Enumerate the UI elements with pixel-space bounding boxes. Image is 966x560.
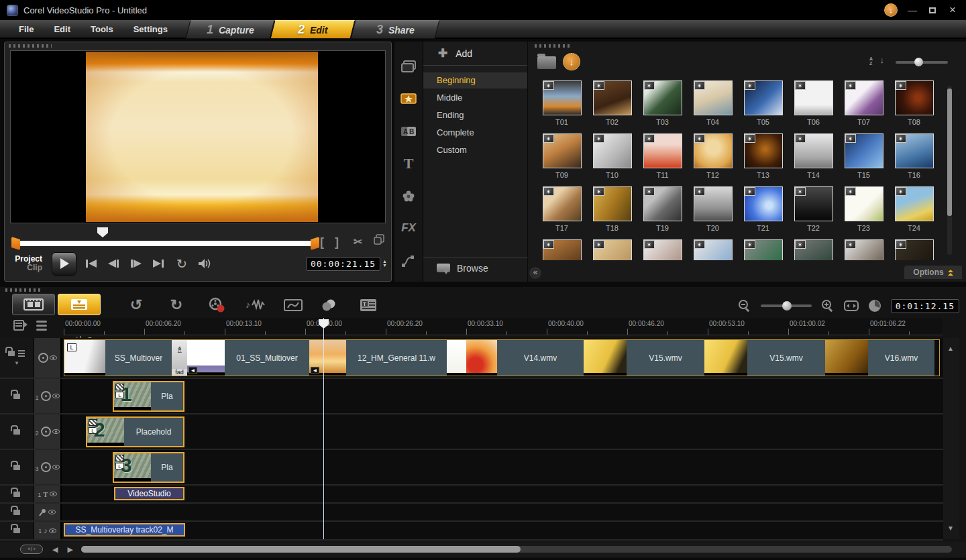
template-thumbnail[interactable]: ✶: [744, 80, 783, 115]
go-to-end-button[interactable]: [150, 256, 168, 272]
motion-path-icon[interactable]: [399, 252, 418, 270]
lock-icon[interactable]: [13, 394, 20, 399]
video-clip-thumbnail[interactable]: [704, 340, 747, 376]
menu-item-edit[interactable]: Edit: [46, 21, 78, 37]
track-visibility-icon[interactable]: [52, 465, 60, 469]
template-thumbnail[interactable]: ✶: [744, 239, 783, 260]
trim-bar[interactable]: [18, 241, 313, 246]
template-item[interactable]: ✶T22: [788, 186, 839, 239]
go-to-start-button[interactable]: [82, 256, 99, 272]
template-item[interactable]: ✶: [839, 239, 889, 260]
template-thumbnail[interactable]: ✶: [543, 186, 582, 221]
template-thumbnail[interactable]: ✶: [543, 80, 582, 115]
template-item[interactable]: ✶: [688, 239, 738, 260]
template-item[interactable]: ✶: [738, 239, 788, 260]
lock-icon[interactable]: [13, 528, 20, 533]
gallery-folder-icon[interactable]: [537, 56, 556, 69]
template-thumbnail[interactable]: ✶: [593, 186, 632, 221]
video-clip-thumbnail[interactable]: L: [64, 340, 105, 376]
play-button[interactable]: [52, 252, 76, 276]
video-clip-thumbnail[interactable]: ◄: [309, 340, 346, 376]
lock-icon[interactable]: [8, 351, 15, 356]
timeline-ruler[interactable]: 00:00:00.0000:00:06.2000:00:13.1000:00:2…: [64, 318, 943, 335]
overlay-clip[interactable]: L3 Pla: [113, 452, 184, 483]
category-item-ending[interactable]: Ending: [423, 107, 527, 123]
template-item[interactable]: ✶T16: [889, 133, 939, 186]
template-thumbnail[interactable]: ✶: [845, 186, 883, 221]
video-clip-thumbnail[interactable]: [584, 340, 627, 376]
playhead-line[interactable]: [323, 318, 324, 539]
template-item[interactable]: ✶T06: [788, 80, 839, 133]
next-frame-button[interactable]: [127, 256, 145, 272]
template-thumbnail[interactable]: ✶: [895, 239, 934, 260]
fit-timeline-icon[interactable]: [844, 300, 859, 311]
voice-track-header[interactable]: [34, 504, 62, 520]
template-item[interactable]: ✶T08: [889, 80, 939, 133]
track-visibility-icon[interactable]: [52, 429, 60, 434]
title-track-header[interactable]: 1T: [34, 486, 62, 502]
gallery-scrollbar-thumb[interactable]: [947, 89, 952, 216]
trim-end-handle[interactable]: [311, 237, 319, 250]
video-clip-thumbnail[interactable]: [825, 340, 868, 376]
template-item[interactable]: ✶T03: [637, 80, 688, 133]
trim-start-handle[interactable]: [11, 237, 20, 250]
mark-in-button[interactable]: [: [320, 235, 324, 249]
sort-by-name-icon[interactable]: AZ↓: [869, 56, 883, 70]
clip-mode-label[interactable]: Clip: [10, 264, 42, 272]
close-button[interactable]: ×: [947, 3, 958, 17]
template-item[interactable]: ✶T23: [839, 186, 889, 239]
timeline-view-button[interactable]: [58, 294, 101, 315]
video-clip-thumbnail[interactable]: [447, 340, 466, 376]
collapse-library-button[interactable]: «: [529, 267, 541, 279]
template-item[interactable]: ✶T19: [637, 186, 688, 239]
instant-project-icon[interactable]: [399, 90, 418, 107]
previous-frame-button[interactable]: [105, 256, 122, 272]
video-clip-body[interactable]: V15.wmv: [747, 340, 825, 376]
scroll-down-arrow[interactable]: ▼: [947, 524, 954, 532]
template-thumbnail[interactable]: ✶: [845, 133, 883, 168]
track-visibility-icon[interactable]: [49, 528, 56, 533]
preview-timecode[interactable]: 00:00:21.15: [306, 257, 380, 271]
subtitle-editor-button[interactable]: T: [357, 295, 380, 315]
scroll-left-arrow[interactable]: ◀: [52, 545, 58, 554]
template-item[interactable]: ✶T01: [537, 80, 587, 133]
template-thumbnail[interactable]: ✶: [895, 186, 934, 221]
template-thumbnail[interactable]: ✶: [794, 80, 833, 115]
template-item[interactable]: ✶: [587, 239, 637, 260]
filter-fx-icon[interactable]: FX: [399, 219, 418, 237]
transition-icon[interactable]: AB: [399, 123, 418, 140]
timeline-hscrollbar[interactable]: [81, 546, 952, 553]
category-item-middle[interactable]: Middle: [423, 90, 527, 106]
overlay-track-2-header[interactable]: 2: [34, 414, 62, 449]
video-clip-body[interactable]: SS_Multiover: [105, 340, 172, 376]
template-thumbnail[interactable]: ✶: [845, 80, 883, 115]
maximize-button[interactable]: [927, 7, 938, 13]
video-clip-thumbnail[interactable]: ◄: [187, 340, 225, 376]
sound-mixer-button[interactable]: ♪: [244, 295, 267, 315]
video-clip-thumbnail[interactable]: [466, 340, 497, 376]
overlay-clip[interactable]: L2 Placehold: [86, 416, 184, 447]
lock-icon[interactable]: [13, 492, 20, 497]
category-item-complete[interactable]: Complete: [423, 125, 527, 141]
add-folder-button[interactable]: ✚ Add: [423, 42, 527, 66]
template-thumbnail[interactable]: ✶: [694, 80, 733, 115]
record-capture-button[interactable]: [205, 295, 228, 315]
template-thumbnail[interactable]: ✶: [643, 239, 682, 260]
browse-button[interactable]: Browse: [423, 258, 528, 278]
timeline-zoom-knob[interactable]: [782, 301, 792, 311]
template-item[interactable]: ✶T15: [839, 133, 889, 186]
volume-button[interactable]: [196, 256, 213, 272]
template-item[interactable]: ✶T09: [537, 133, 587, 186]
template-thumbnail[interactable]: ✶: [895, 133, 934, 168]
transition-clip[interactable]: ♗fad: [172, 340, 187, 376]
template-thumbnail[interactable]: ✶: [694, 239, 733, 260]
template-item[interactable]: ✶T24: [889, 186, 939, 239]
template-thumbnail[interactable]: ✶: [694, 186, 733, 221]
template-thumbnail[interactable]: ✶: [543, 239, 582, 260]
redo-button[interactable]: ↻: [165, 295, 188, 315]
title-clip[interactable]: VideoStudio: [114, 487, 184, 500]
video-clip-body[interactable]: 01_SS_Multiover: [225, 340, 309, 376]
undo-button[interactable]: ↺: [125, 295, 148, 315]
thumbnail-size-slider[interactable]: [896, 61, 948, 64]
template-thumbnail[interactable]: ✶: [593, 80, 632, 115]
